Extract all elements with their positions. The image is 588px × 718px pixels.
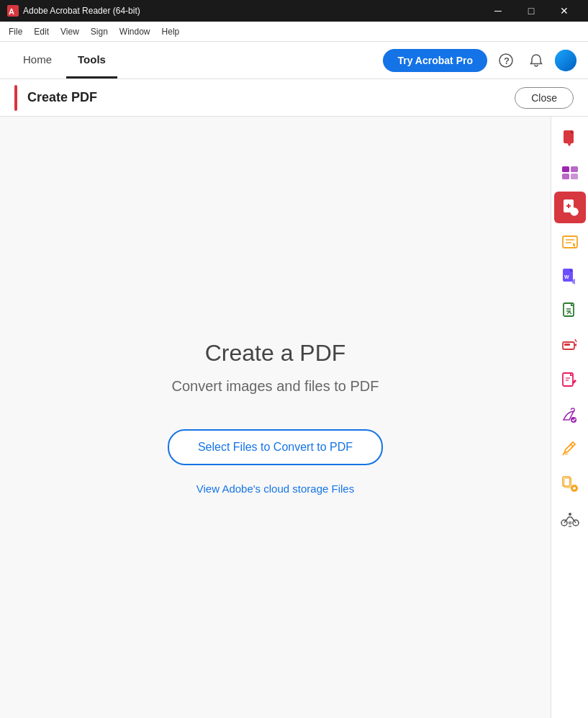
svg-line-26 (575, 339, 576, 342)
tab-home[interactable]: Home (12, 42, 63, 78)
sidebar-fill-sign-button[interactable] (554, 399, 586, 431)
menu-file[interactable]: File (3, 24, 28, 40)
export-word-icon: W (561, 267, 579, 286)
tool-title: Create PDF (27, 90, 97, 105)
create-pdf-title: Create a PDF (205, 340, 346, 367)
svg-text:W: W (564, 274, 569, 279)
sidebar-create-pdf-button[interactable] (554, 192, 586, 223)
svg-rect-6 (562, 166, 569, 172)
help-button[interactable]: ? (494, 49, 517, 72)
tool-header: Create PDF Close (0, 79, 588, 117)
fill-sign-icon (561, 405, 579, 424)
sidebar-annotate-button[interactable] (554, 434, 586, 465)
minimize-button[interactable]: ─ (481, 0, 515, 22)
tool-header-left: Create PDF (14, 85, 97, 111)
app-icon: A (7, 5, 19, 17)
sidebar-manage-pages-button[interactable] (554, 468, 586, 500)
sidebar-organize-pages-button[interactable] (554, 157, 586, 189)
more-tools-icon (561, 509, 579, 528)
menu-sign[interactable]: Sign (85, 24, 114, 40)
svg-point-41 (568, 521, 571, 525)
content-area: Create a PDF Convert images and files to… (0, 117, 551, 718)
bell-icon (529, 53, 543, 68)
svg-rect-9 (571, 174, 578, 179)
nav-bar: Home Tools Try Acrobat Pro ? (0, 42, 588, 79)
svg-rect-8 (562, 174, 569, 179)
sidebar-request-signatures-button[interactable] (554, 226, 586, 258)
sidebar-export-word-button[interactable]: W (554, 261, 586, 292)
request-signatures-icon (561, 233, 579, 251)
tab-tools[interactable]: Tools (66, 42, 117, 78)
menu-view[interactable]: View (55, 24, 85, 40)
try-acrobat-pro-button[interactable]: Try Acrobat Pro (383, 49, 487, 72)
maximize-button[interactable]: □ (515, 0, 548, 22)
menu-bar: File Edit View Sign Window Help (0, 22, 588, 42)
notifications-button[interactable] (525, 49, 548, 72)
right-sidebar: W (551, 117, 588, 718)
sidebar-more-tools-button[interactable] (554, 503, 586, 534)
create-pdf-icon (561, 198, 579, 217)
menu-window[interactable]: Window (114, 24, 156, 40)
select-files-button[interactable]: Select Files to Convert to PDF (168, 429, 383, 465)
create-pdf-subtitle: Convert images and files to PDF (172, 378, 379, 395)
organize-pages-icon (561, 163, 579, 182)
menu-help[interactable]: Help (156, 24, 186, 40)
avatar[interactable] (555, 50, 576, 71)
svg-line-32 (563, 453, 564, 455)
export-pdf-icon (561, 129, 579, 148)
app-title: Adobe Acrobat Reader (64-bit) (23, 6, 140, 16)
avatar-image (555, 50, 576, 71)
tool-accent-bar (14, 85, 17, 111)
close-tool-button[interactable]: Close (515, 87, 574, 109)
sidebar-edit-pdf-button[interactable] (554, 364, 586, 396)
svg-line-33 (565, 454, 568, 454)
sidebar-compress-pdf-button[interactable] (554, 295, 586, 327)
main-layout: Create a PDF Convert images and files to… (0, 117, 588, 718)
window-controls: ─ □ ✕ (481, 0, 581, 22)
menu-edit[interactable]: Edit (28, 24, 55, 40)
nav-right: Try Acrobat Pro ? (383, 49, 576, 72)
svg-line-31 (571, 444, 573, 446)
cloud-storage-link[interactable]: View Adobe's cloud storage Files (196, 483, 354, 495)
svg-point-30 (571, 417, 576, 423)
redact-icon (561, 336, 579, 355)
svg-text:?: ? (504, 55, 510, 66)
help-icon: ? (499, 53, 513, 68)
sidebar-export-pdf-button[interactable] (554, 122, 586, 154)
compress-pdf-icon (561, 302, 579, 320)
manage-pages-icon (561, 475, 579, 493)
sidebar-redact-button[interactable] (554, 330, 586, 362)
window-close-button[interactable]: ✕ (548, 0, 581, 22)
svg-rect-7 (571, 166, 578, 172)
svg-rect-25 (564, 344, 570, 346)
svg-text:A: A (9, 7, 14, 16)
nav-tabs: Home Tools (12, 42, 117, 78)
title-bar: A Adobe Acrobat Reader (64-bit) ─ □ ✕ (0, 0, 588, 22)
edit-pdf-icon (561, 371, 579, 390)
annotate-icon (561, 440, 579, 459)
